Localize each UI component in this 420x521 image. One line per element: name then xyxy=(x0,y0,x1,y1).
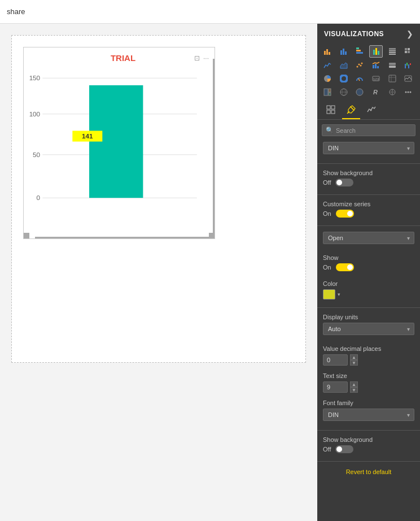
viz-icon-r[interactable]: R xyxy=(369,86,383,98)
section-font-family-bottom: Font family DIN xyxy=(317,396,420,428)
font-family-bottom-select[interactable]: DIN xyxy=(323,409,414,421)
svg-text:R: R xyxy=(373,89,378,95)
section-show-bg-top: Show background Off xyxy=(317,166,420,192)
viz-icon-stacked-bar[interactable] xyxy=(353,45,366,58)
svg-rect-21 xyxy=(408,48,410,50)
text-size-down[interactable]: ▼ xyxy=(350,387,358,393)
decimal-up[interactable]: ▲ xyxy=(350,354,358,360)
chart-more-icon[interactable]: ··· xyxy=(203,54,209,62)
right-panel: VISUALIZATIONS ❯ xyxy=(317,24,420,521)
svg-rect-17 xyxy=(389,50,396,51)
viz-icon-card[interactable]: 123 xyxy=(369,72,383,85)
color-dropdown-arrow[interactable]: ▾ xyxy=(338,292,340,297)
viz-icon-more[interactable] xyxy=(401,86,415,98)
section-customize-series: Customize series On xyxy=(317,197,420,223)
svg-point-26 xyxy=(358,64,360,66)
display-units-dropdown[interactable]: Auto xyxy=(323,323,414,335)
svg-rect-49 xyxy=(329,89,331,92)
viz-icon-treemap[interactable] xyxy=(321,86,334,98)
svg-rect-30 xyxy=(375,64,377,68)
section-show-bg-bottom: Show background Off xyxy=(317,433,420,459)
text-size-up[interactable]: ▲ xyxy=(350,381,358,387)
font-family-bottom-dropdown[interactable]: DIN xyxy=(323,409,414,421)
show-bg2-toggle[interactable] xyxy=(335,445,353,453)
open-dropdown-wrapper[interactable]: Open xyxy=(323,232,414,244)
text-size-input[interactable] xyxy=(323,381,348,393)
svg-rect-8 xyxy=(343,49,344,55)
viz-icon-waterfall[interactable] xyxy=(401,59,415,71)
viz-icon-combo[interactable] xyxy=(369,59,383,71)
viz-icon-table[interactable] xyxy=(386,45,399,58)
resize-handle-bottom-right[interactable] xyxy=(209,233,215,238)
y-label-100: 100 xyxy=(29,110,41,118)
viz-icon-bar[interactable] xyxy=(321,45,334,58)
panel-expand-icon[interactable]: ❯ xyxy=(406,29,413,38)
show-bg-toggle[interactable] xyxy=(335,179,353,186)
decimal-spinner: ▲ ▼ xyxy=(350,354,358,366)
canvas-area: TRIAL ⊡ ··· 150 100 50 0 xyxy=(0,24,317,521)
svg-point-28 xyxy=(361,63,363,64)
show-bg-slider xyxy=(335,179,353,186)
svg-point-40 xyxy=(342,77,345,80)
chart-expand-icon[interactable]: ⊡ xyxy=(194,54,200,62)
text-size-label: Text size xyxy=(323,372,414,379)
viz-icon-matrix[interactable] xyxy=(401,45,415,58)
svg-rect-44 xyxy=(389,75,396,82)
search-box[interactable]: 🔍 xyxy=(322,124,415,136)
tab-analytics[interactable] xyxy=(362,103,380,119)
svg-point-59 xyxy=(408,92,409,93)
divider-5 xyxy=(317,430,420,431)
viz-icon-image[interactable] xyxy=(401,72,415,85)
viz-icon-donut[interactable] xyxy=(337,72,351,85)
viz-icon-globe[interactable] xyxy=(386,86,399,98)
show-bg2-slider xyxy=(335,445,353,453)
chart-container[interactable]: TRIAL ⊡ ··· 150 100 50 0 xyxy=(23,47,215,239)
tab-format[interactable] xyxy=(342,103,360,119)
show-bg-state: Off xyxy=(323,179,331,186)
divider-2 xyxy=(317,194,420,195)
search-input[interactable] xyxy=(336,127,412,134)
open-dropdown-select[interactable]: Open xyxy=(323,232,414,244)
revert-button[interactable]: Revert to default xyxy=(317,464,420,480)
viz-icon-line[interactable] xyxy=(321,59,334,71)
divider-6 xyxy=(317,461,420,462)
show-toggle-row: On xyxy=(323,263,414,271)
svg-rect-12 xyxy=(356,47,359,49)
resize-handle-bottom[interactable] xyxy=(35,237,215,238)
show-toggle[interactable] xyxy=(336,263,354,271)
chart-svg-wrapper: 150 100 50 0 141 xyxy=(29,67,209,225)
text-size-spinner: ▲ ▼ xyxy=(350,381,358,393)
viz-icon-column[interactable] xyxy=(337,45,351,58)
svg-rect-29 xyxy=(373,65,374,68)
viz-icon-scatter[interactable] xyxy=(353,59,366,71)
viz-icon-map[interactable] xyxy=(337,86,351,98)
top-bar: share xyxy=(0,0,420,24)
color-swatch[interactable] xyxy=(323,289,335,299)
tab-fields[interactable] xyxy=(322,103,340,119)
font-family-top-dropdown[interactable]: DIN xyxy=(323,142,414,154)
customize-series-toggle[interactable] xyxy=(336,210,354,218)
display-units-select[interactable]: Auto xyxy=(323,323,414,335)
resize-handle-bottom-left[interactable] xyxy=(24,233,29,238)
svg-rect-13 xyxy=(373,50,375,55)
svg-marker-24 xyxy=(340,63,347,68)
viz-icon-area[interactable] xyxy=(337,59,351,71)
show-label: Show xyxy=(323,254,414,261)
viz-icon-column-active[interactable] xyxy=(369,45,383,58)
viz-icon-pie[interactable] xyxy=(321,72,334,85)
viz-icon-ribbon[interactable] xyxy=(386,59,399,71)
main-area: TRIAL ⊡ ··· 150 100 50 0 xyxy=(0,24,420,521)
section-color: Color ▾ xyxy=(317,277,420,305)
chart-title: TRIAL xyxy=(52,53,194,63)
font-family-top-select[interactable]: DIN xyxy=(323,142,414,154)
viz-icon-filled-map[interactable] xyxy=(353,86,366,98)
decimal-input[interactable] xyxy=(323,354,348,366)
decimal-down[interactable]: ▼ xyxy=(350,360,358,366)
viz-icon-gauge[interactable] xyxy=(353,72,366,85)
viz-icon-table2[interactable] xyxy=(386,72,399,85)
resize-handle-right[interactable] xyxy=(213,59,215,238)
svg-rect-48 xyxy=(324,89,328,95)
svg-rect-16 xyxy=(389,48,396,50)
show-bg2-label: Show background xyxy=(323,436,414,443)
section-display-units: Display units Auto xyxy=(317,310,420,342)
